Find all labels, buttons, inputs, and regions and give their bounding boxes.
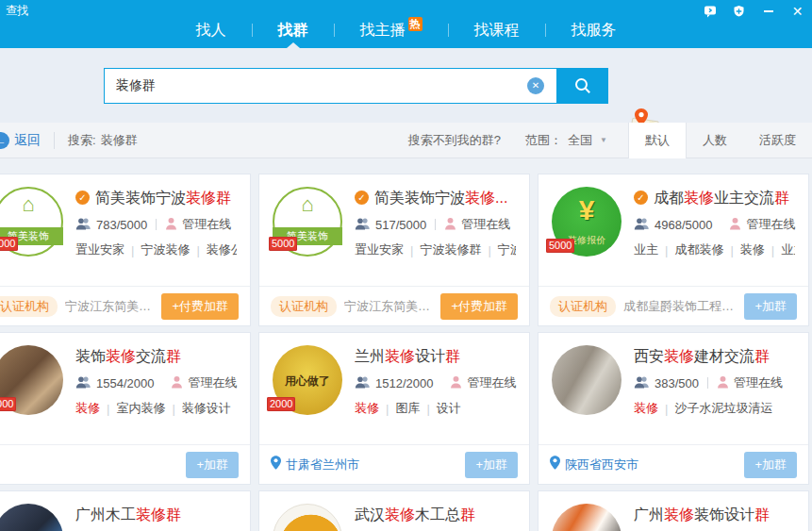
group-card[interactable]: 用心做了2000兰州装修设计群1512/2000管理在线装修|图库|设计甘肃省兰… [258, 332, 530, 485]
group-card[interactable]: 广州木工装修群 [0, 490, 251, 531]
header: 查找 ✕ 找人找群找主播热找课程找服务 [0, 0, 812, 48]
capacity-badge: 5000 [0, 237, 18, 251]
card-footer: 认证机构成都皇爵装饰工程有限公司+加群 [539, 286, 808, 325]
group-card[interactable]: ⌂简美装饰5000✓简美装饰宁波装修群783/5000管理在线置业安家|宁波装修… [0, 174, 251, 326]
join-button[interactable]: +加群 [744, 452, 797, 478]
search-input[interactable] [104, 68, 556, 104]
member-count: 4968/5000 [655, 218, 712, 232]
group-avatar: ¥装修报价5000 [552, 187, 621, 257]
tag-divider: | [107, 402, 109, 416]
group-card[interactable]: 武汉装修木工总群 [258, 490, 530, 531]
members-icon [355, 375, 375, 391]
back-button[interactable]: ← 返回 [0, 132, 41, 149]
group-card[interactable]: 广州装修装饰设计群 [538, 490, 809, 531]
join-button[interactable]: +加群 [744, 293, 797, 320]
paid-join-button[interactable]: +付费加群 [161, 293, 239, 320]
admin-status: 管理在线 [467, 374, 516, 391]
search-summary-label: 搜索: [68, 132, 96, 149]
location-pin-icon [271, 456, 281, 473]
group-title: 装饰装修交流群 [75, 347, 237, 366]
group-title-part: 西安 [634, 348, 664, 364]
group-grid: ⌂简美装饰5000✓简美装饰宁波装修群783/5000管理在线置业安家|宁波装修… [0, 174, 809, 531]
admin-icon [450, 375, 467, 391]
group-title-part: 装修... [465, 190, 507, 206]
filter-bar: ← 返回 搜索: 装修群 搜索不到我的群? 范围： 全国 ▼ 默认人数活跃度 [0, 123, 812, 158]
card-body: 用心做了2000兰州装修设计群1512/2000管理在线装修|图库|设计 [259, 333, 529, 417]
group-tag: 成都装修 [674, 241, 723, 258]
group-tag: 沙子水泥垃圾清运 [674, 400, 772, 417]
group-tag: 装修 [740, 241, 765, 258]
group-title-part: 简美装饰宁波 [374, 190, 465, 206]
find-window: 查找 ✕ 找人找群找主播热找课程找服务 ✕ [0, 0, 812, 531]
group-tag: 室内装修 [116, 400, 165, 417]
clear-search-icon[interactable]: ✕ [527, 77, 544, 94]
sort-tab-1[interactable]: 默认 [628, 123, 687, 158]
group-tag: 宁波装饰... [498, 241, 516, 258]
group-avatar: 2000 [0, 345, 63, 415]
sort-tab-2[interactable]: 人数 [687, 123, 743, 158]
group-card[interactable]: ⌂简美装饰5000✓简美装饰宁波装修...517/5000管理在线置业安家|宁波… [258, 174, 530, 326]
group-card[interactable]: 西安装修建材交流群383/500管理在线装修|沙子水泥垃圾清运陕西省西安市+加群 [538, 332, 809, 485]
verified-icon: ✓ [75, 191, 90, 205]
nav-tab-label: 找课程 [474, 21, 520, 41]
group-title-part: 装修 [684, 190, 714, 206]
join-button[interactable]: +加群 [186, 452, 239, 478]
nav-tab-5[interactable]: 找服务 [546, 12, 642, 48]
card-body: ⌂简美装饰5000✓简美装饰宁波装修...517/5000管理在线置业安家|宁波… [259, 174, 529, 258]
card-info: ✓简美装饰宁波装修...517/5000管理在线置业安家|宁波装修群|宁波装饰.… [355, 187, 516, 258]
group-avatar: ⌂简美装饰5000 [273, 187, 342, 257]
avatar-symbol: ¥ [552, 194, 621, 226]
nav-tab-label: 找服务 [572, 21, 617, 41]
org-name: 宁波江东简美装饰工程... [65, 298, 161, 315]
card-info: ✓简美装饰宁波装修群783/5000管理在线置业安家|宁波装修|装修公司|... [75, 187, 237, 258]
group-tags: 装修|图库|设计 [355, 400, 516, 417]
group-title-part: 交流 [136, 348, 166, 364]
admin-icon [717, 375, 734, 391]
group-title-part: 群 [774, 190, 789, 206]
tag-divider: | [410, 243, 413, 257]
sort-tab-3[interactable]: 活跃度 [743, 123, 812, 158]
cert-badge: 认证机构 [550, 296, 616, 317]
cert-badge: 认证机构 [271, 296, 337, 317]
admin-status: 管理在线 [182, 216, 231, 233]
group-title-part: 建材交流 [694, 348, 754, 364]
group-title-part: 简美装饰宁波 [95, 190, 186, 206]
member-count: 517/5000 [375, 218, 426, 232]
group-title-part: 装修 [385, 506, 415, 523]
group-title-part: 群 [754, 348, 770, 364]
search-button[interactable] [556, 68, 608, 104]
group-tags: 置业安家|宁波装修群|宁波装饰... [355, 241, 516, 258]
location-text: 陕西省西安市 [565, 456, 638, 473]
card-info: 西安装修建材交流群383/500管理在线装修|沙子水泥垃圾清运 [634, 345, 795, 417]
avatar-label: 用心做了 [273, 373, 342, 390]
group-title-part: 设计 [415, 348, 445, 364]
group-title-part: 兰州 [355, 348, 385, 364]
group-stats: 383/500管理在线 [634, 374, 795, 391]
location: 陕西省西安市 [550, 456, 638, 473]
group-title-part: 装修 [664, 506, 694, 523]
scope-dropdown[interactable]: 全国 ▼ [568, 132, 607, 149]
nav-tab-label: 找群 [278, 21, 308, 41]
group-title-part: 群 [460, 506, 475, 523]
nav-tab-4[interactable]: 找课程 [449, 12, 545, 48]
members-icon [355, 217, 375, 233]
tag-divider: | [665, 402, 668, 416]
group-stats: 4968/5000管理在线 [634, 216, 795, 233]
group-title-part: 装修 [106, 348, 136, 364]
tag-divider: | [386, 402, 389, 416]
admin-status: 管理在线 [461, 216, 510, 233]
nav-tab-2[interactable]: 找群 [253, 12, 334, 48]
nav-tab-label: 找人 [196, 21, 226, 41]
back-label: 返回 [14, 132, 41, 149]
group-stats: 783/5000管理在线 [75, 216, 237, 233]
group-card[interactable]: ¥装修报价5000✓成都装修业主交流群4968/5000管理在线业主|成都装修|… [538, 174, 809, 326]
cant-find-group-link[interactable]: 搜索不到我的群? [408, 132, 501, 149]
paid-join-button[interactable]: +付费加群 [440, 293, 518, 320]
group-tag: 置业安家 [75, 241, 124, 258]
join-button[interactable]: +加群 [465, 452, 518, 478]
nav-tab-1[interactable]: 找人 [171, 12, 252, 48]
group-title-part: 群 [166, 348, 181, 364]
location-pin-icon [550, 456, 560, 473]
group-card[interactable]: 2000装饰装修交流群1554/2000管理在线装修|室内装修|装修设计|装修.… [0, 332, 251, 485]
nav-tab-3[interactable]: 找主播热 [335, 12, 448, 48]
